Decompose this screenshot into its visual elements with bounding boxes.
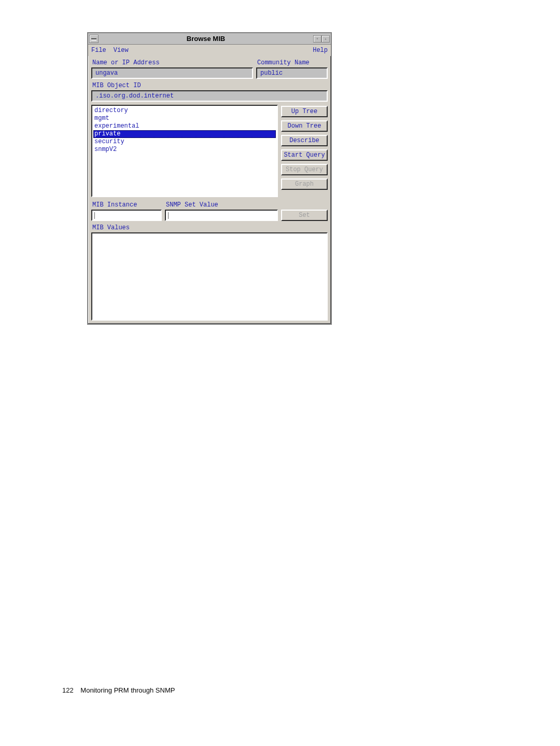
- community-input[interactable]: public: [256, 67, 328, 79]
- menu-view[interactable]: View: [114, 47, 129, 54]
- tree-item[interactable]: mgmt: [93, 115, 276, 122]
- window-body: Name or IP Address ungava Community Name…: [88, 56, 331, 324]
- system-menu-icon[interactable]: [89, 35, 99, 43]
- browse-mib-window: Browse MIB ▾ ▴ File View Help Name or IP…: [87, 32, 332, 325]
- name-or-ip-label: Name or IP Address: [92, 59, 256, 66]
- mib-tree[interactable]: directorymgmtexperimentalprivatesecurity…: [91, 105, 278, 197]
- mib-values-label: MIB Values: [92, 224, 328, 231]
- window-title: Browse MIB: [99, 35, 313, 43]
- up-tree-button[interactable]: Up Tree: [281, 106, 328, 117]
- name-or-ip-input[interactable]: ungava: [91, 67, 253, 79]
- page-footer: 122 Monitoring PRM through SNMP: [62, 686, 175, 694]
- window-controls: ▾ ▴: [313, 35, 330, 43]
- minimize-button[interactable]: ▾: [313, 35, 321, 43]
- mib-instance-label: MIB Instance: [92, 201, 162, 209]
- mib-values-output: [91, 232, 328, 321]
- chapter-title: Monitoring PRM through SNMP: [80, 686, 175, 694]
- tree-item[interactable]: directory: [93, 107, 276, 115]
- mib-object-id-label: MIB Object ID: [92, 82, 328, 89]
- stop-query-button[interactable]: Stop Query: [281, 164, 328, 175]
- set-button[interactable]: Set: [281, 210, 328, 221]
- mib-instance-input[interactable]: [91, 210, 162, 221]
- describe-button[interactable]: Describe: [281, 135, 328, 146]
- start-query-button[interactable]: Start Query: [281, 149, 328, 161]
- tree-item[interactable]: snmpV2: [93, 146, 276, 154]
- page-number: 122: [62, 686, 74, 694]
- snmp-set-value-label: SNMP Set Value: [166, 201, 278, 209]
- down-tree-button[interactable]: Down Tree: [281, 120, 328, 132]
- menu-file[interactable]: File: [91, 47, 106, 54]
- maximize-button[interactable]: ▴: [321, 35, 330, 43]
- menubar: File View Help: [88, 45, 331, 56]
- community-label: Community Name: [257, 59, 328, 66]
- menu-help[interactable]: Help: [313, 47, 328, 54]
- graph-button[interactable]: Graph: [281, 178, 328, 190]
- titlebar: Browse MIB ▾ ▴: [88, 33, 331, 45]
- mib-object-id-input[interactable]: .iso.org.dod.internet: [91, 90, 328, 102]
- tree-item[interactable]: experimental: [93, 122, 276, 130]
- snmp-set-value-input[interactable]: [165, 210, 278, 221]
- tree-item[interactable]: private: [93, 130, 276, 138]
- tree-item[interactable]: security: [93, 138, 276, 146]
